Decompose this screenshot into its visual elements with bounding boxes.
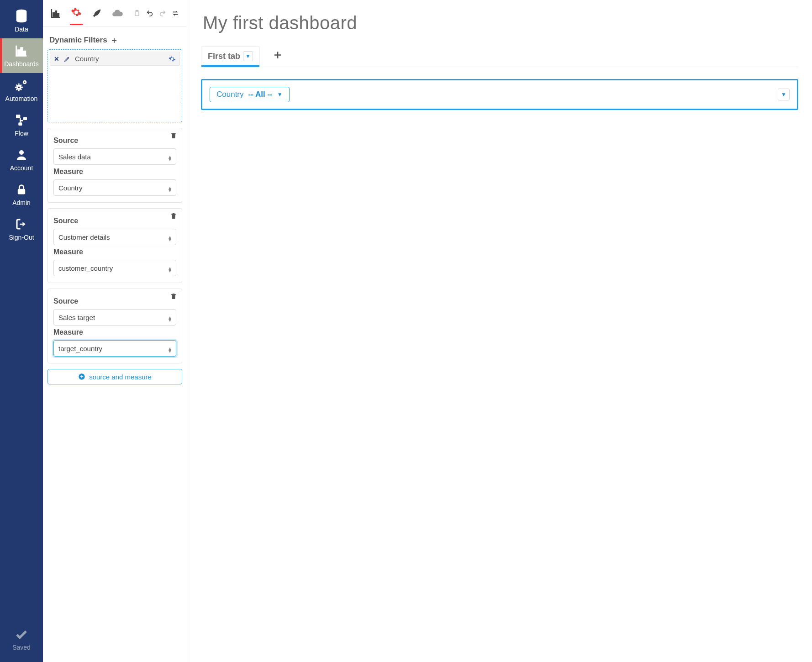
source-measure-block: Source Sales data ▴▾ Measure Country ▴▾ bbox=[47, 128, 182, 203]
config-panel: Dynamic Filters ＋ ✕ Country Source bbox=[43, 0, 187, 662]
filters-dropzone[interactable]: ✕ Country bbox=[47, 49, 182, 122]
database-icon bbox=[14, 8, 29, 24]
user-icon bbox=[15, 147, 28, 163]
nav-flow[interactable]: Flow bbox=[0, 108, 43, 142]
caret-icon: ▴▾ bbox=[169, 154, 171, 159]
tab-label: First tab bbox=[208, 52, 240, 61]
source-select[interactable]: Sales target ▴▾ bbox=[53, 309, 176, 326]
svg-point-5 bbox=[18, 86, 20, 88]
tool-clipboard[interactable] bbox=[132, 8, 142, 18]
svg-rect-8 bbox=[16, 115, 20, 118]
svg-rect-3 bbox=[24, 51, 26, 55]
checkmark-icon bbox=[15, 626, 28, 642]
nav-label: Account bbox=[10, 164, 33, 172]
filter-chip-label: Country bbox=[75, 55, 99, 63]
filter-band-menu[interactable]: ▼ bbox=[778, 89, 790, 100]
add-filter-button[interactable]: ＋ bbox=[110, 35, 118, 46]
measure-label: Measure bbox=[53, 248, 176, 256]
measure-select[interactable]: customer_country ▴▾ bbox=[53, 260, 176, 276]
delete-block-icon[interactable] bbox=[170, 132, 177, 139]
left-rail: Data Dashboards Automation Flow Account … bbox=[0, 0, 43, 662]
dashboard-canvas: My first dashboard First tab ▼ ＋ Country… bbox=[187, 0, 812, 662]
nav-label: Flow bbox=[15, 130, 28, 137]
bar-chart-icon bbox=[15, 43, 28, 58]
nav-label: Automation bbox=[5, 95, 38, 102]
edit-filter-icon[interactable] bbox=[64, 56, 70, 62]
source-select[interactable]: Customer details ▴▾ bbox=[53, 229, 176, 245]
source-label: Source bbox=[53, 297, 176, 305]
page-title: My first dashboard bbox=[203, 13, 796, 33]
svg-rect-15 bbox=[58, 14, 59, 16]
source-select[interactable]: Sales data ▴▾ bbox=[53, 148, 176, 165]
flow-icon bbox=[14, 112, 29, 128]
caret-icon: ▴▾ bbox=[169, 234, 171, 240]
measure-select[interactable]: Country ▴▾ bbox=[53, 179, 176, 196]
add-tab-button[interactable]: ＋ bbox=[269, 47, 286, 66]
nav-dashboards[interactable]: Dashboards bbox=[0, 38, 43, 73]
remove-filter-icon[interactable]: ✕ bbox=[54, 55, 59, 63]
tool-undo[interactable] bbox=[145, 8, 155, 18]
lock-icon bbox=[15, 182, 28, 197]
source-label: Source bbox=[53, 137, 176, 145]
svg-point-7 bbox=[24, 82, 26, 83]
svg-point-11 bbox=[19, 150, 24, 155]
measure-label: Measure bbox=[53, 328, 176, 336]
dashboard-filter-band: Country -- All -- ▼ ▼ bbox=[201, 79, 798, 110]
caret-icon: ▴▾ bbox=[169, 315, 171, 320]
svg-rect-2 bbox=[21, 48, 23, 55]
tool-style[interactable] bbox=[91, 1, 103, 25]
nav-signout[interactable]: Sign-Out bbox=[0, 212, 43, 247]
signout-icon bbox=[15, 216, 28, 232]
source-label: Source bbox=[53, 217, 176, 225]
caret-icon: ▴▾ bbox=[169, 346, 171, 351]
svg-rect-14 bbox=[55, 11, 57, 16]
measure-select[interactable]: target_country ▴▾ bbox=[53, 340, 176, 357]
measure-label: Measure bbox=[53, 168, 176, 176]
svg-rect-10 bbox=[18, 122, 22, 126]
source-measure-block: Source Customer details ▴▾ Measure custo… bbox=[47, 208, 182, 283]
nav-account[interactable]: Account bbox=[0, 142, 43, 177]
tab-bar: First tab ▼ ＋ bbox=[201, 46, 798, 67]
filter-chip[interactable]: ✕ Country bbox=[50, 52, 180, 66]
chevron-down-icon: ▼ bbox=[277, 91, 283, 98]
nav-saved: Saved bbox=[0, 622, 43, 662]
country-filter-pill[interactable]: Country -- All -- ▼ bbox=[210, 87, 290, 102]
svg-rect-13 bbox=[53, 13, 54, 16]
caret-icon: ▴▾ bbox=[169, 185, 171, 190]
tool-chart[interactable] bbox=[49, 1, 62, 25]
tab-first[interactable]: First tab ▼ bbox=[201, 46, 260, 67]
source-measure-block: Source Sales target ▴▾ Measure target_co… bbox=[47, 289, 182, 363]
svg-rect-1 bbox=[18, 50, 20, 55]
tool-redo[interactable] bbox=[158, 8, 168, 18]
delete-block-icon[interactable] bbox=[170, 212, 177, 220]
nav-label: Admin bbox=[12, 199, 31, 206]
tool-settings[interactable] bbox=[70, 1, 82, 25]
dynamic-filters-heading: Dynamic Filters ＋ bbox=[49, 35, 180, 46]
filter-field: Country bbox=[216, 90, 244, 99]
svg-rect-12 bbox=[18, 189, 25, 194]
nav-label: Dashboards bbox=[4, 60, 39, 68]
tool-cloud[interactable] bbox=[111, 1, 124, 25]
nav-label: Data bbox=[15, 26, 28, 33]
filter-chip-gear-icon[interactable] bbox=[169, 55, 176, 63]
add-source-measure-button[interactable]: source and measure bbox=[47, 369, 182, 384]
config-toolstrip bbox=[43, 0, 187, 26]
caret-icon: ▴▾ bbox=[169, 265, 171, 271]
tool-swap[interactable] bbox=[170, 8, 180, 18]
filter-value: -- All -- bbox=[248, 90, 273, 99]
tab-menu-button[interactable]: ▼ bbox=[243, 51, 253, 61]
gears-icon bbox=[14, 78, 29, 93]
svg-rect-9 bbox=[23, 117, 27, 120]
nav-admin[interactable]: Admin bbox=[0, 177, 43, 212]
nav-label: Sign-Out bbox=[9, 234, 34, 241]
saved-label: Saved bbox=[12, 644, 31, 651]
delete-block-icon[interactable] bbox=[170, 293, 177, 300]
nav-automation[interactable]: Automation bbox=[0, 73, 43, 108]
nav-data[interactable]: Data bbox=[0, 4, 43, 38]
